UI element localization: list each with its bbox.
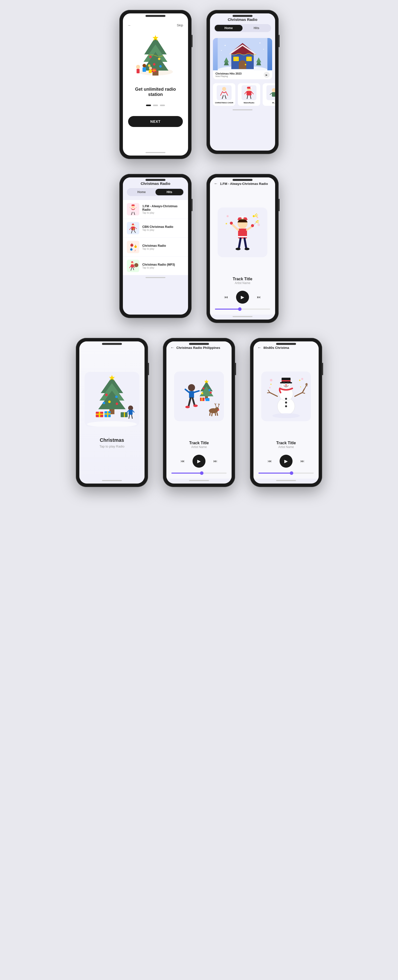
play-button-ph[interactable]: ▶ bbox=[193, 455, 205, 468]
artist-name-1fm: Artist Name bbox=[215, 281, 270, 285]
svg-point-89 bbox=[131, 249, 132, 250]
svg-rect-65 bbox=[132, 205, 134, 206]
next-button-1fm[interactable]: ⏭ bbox=[255, 293, 263, 301]
tab-hits-active[interactable]: Hits bbox=[155, 189, 183, 195]
svg-rect-96 bbox=[131, 264, 134, 267]
hits-list: 1.FM - Always-Christmas Radio Tap to pla… bbox=[123, 200, 188, 275]
svg-point-203 bbox=[283, 382, 285, 383]
art-background-80s: ✦ ✦ ✦ bbox=[261, 371, 311, 421]
svg-point-86 bbox=[135, 246, 136, 248]
tab-home-hits-screen[interactable]: Home bbox=[128, 189, 155, 195]
list-thumb-2 bbox=[127, 222, 139, 234]
tap-subtitle[interactable]: Tap to play Radio bbox=[99, 444, 125, 448]
play-button-1fm[interactable]: ▶ bbox=[236, 291, 249, 304]
app-title-hits: Christmas Radio bbox=[127, 181, 184, 186]
svg-point-51 bbox=[250, 87, 252, 89]
station-card-2[interactable]: WalmRadio bbox=[238, 83, 260, 106]
next-button-ph[interactable]: ⏭ bbox=[211, 457, 219, 465]
bottom-indicator bbox=[210, 108, 275, 113]
svg-rect-168 bbox=[205, 398, 209, 401]
back-button-80s[interactable]: ← bbox=[257, 345, 261, 350]
svg-point-162 bbox=[203, 387, 205, 389]
svg-point-213 bbox=[285, 405, 287, 407]
phone-onboarding: ← Skip bbox=[120, 10, 192, 159]
play-button-80s[interactable]: ▶ bbox=[280, 455, 293, 468]
svg-rect-16 bbox=[149, 70, 152, 73]
player-controls-80s: ⏮ ▶ ⏭ bbox=[254, 453, 319, 469]
player-art-80s: ✦ ✦ ✦ bbox=[254, 352, 319, 441]
list-thumb-4 bbox=[127, 260, 139, 272]
progress-bar-ph[interactable] bbox=[171, 473, 227, 474]
prev-button-80s[interactable]: ⏮ bbox=[266, 457, 273, 465]
tap-title: Christmas bbox=[100, 438, 124, 443]
app-title: Christmas Radio bbox=[214, 18, 271, 22]
bottom-indicator-4 bbox=[210, 315, 275, 320]
prev-button-ph[interactable]: ⏮ bbox=[179, 457, 187, 465]
svg-point-11 bbox=[136, 65, 140, 69]
svg-point-13 bbox=[142, 64, 146, 67]
prev-button-1fm[interactable]: ⏮ bbox=[222, 293, 230, 301]
svg-line-223 bbox=[306, 385, 307, 386]
player-track-info-ph: Track Title Artist Name bbox=[166, 441, 232, 453]
svg-point-210 bbox=[288, 386, 289, 387]
list-thumb-1 bbox=[127, 203, 139, 215]
list-thumb-3: ♪ bbox=[127, 241, 139, 253]
tab-hits[interactable]: Hits bbox=[243, 25, 270, 31]
phone-christmas-radio-home: Christmas Radio Home Hits bbox=[206, 10, 279, 154]
svg-point-83 bbox=[131, 244, 133, 246]
svg-rect-26 bbox=[239, 65, 246, 69]
station-card-3[interactable]: W... bbox=[263, 83, 275, 106]
svg-rect-81 bbox=[127, 241, 139, 253]
svg-text:✦: ✦ bbox=[270, 383, 272, 386]
tap-illustration bbox=[85, 372, 139, 432]
svg-point-138 bbox=[115, 396, 118, 398]
back-button-ph[interactable]: ← bbox=[170, 345, 174, 350]
svg-rect-147 bbox=[104, 414, 111, 414]
tab-home[interactable]: Home bbox=[215, 25, 243, 31]
svg-point-141 bbox=[103, 402, 105, 404]
phone-player-1fm: ← 1.FM - Always-Christmas Radio bbox=[206, 174, 279, 323]
skip-button[interactable]: Skip bbox=[177, 23, 183, 27]
list-info-4: Christmas Radio (MP3) Tap to play bbox=[142, 263, 175, 269]
player-track-info-1fm: Track Title Artist Name bbox=[210, 277, 275, 289]
svg-line-216 bbox=[267, 393, 270, 393]
svg-rect-19 bbox=[152, 70, 156, 70]
list-item-3[interactable]: ♪ Christmas Radio Tap to play bbox=[123, 238, 188, 256]
list-item-2[interactable]: CBN Christmas Radio Tap to play bbox=[123, 219, 188, 237]
svg-point-9 bbox=[159, 65, 162, 68]
dot-1 bbox=[146, 105, 151, 106]
list-item-4[interactable]: Christmas Radio (MP3) Tap to play bbox=[123, 257, 188, 275]
featured-card: Christmas Hits 2023 Now Playing ▶ bbox=[213, 38, 272, 79]
bottom-indicator bbox=[123, 151, 188, 156]
progress-bar-1fm[interactable] bbox=[215, 309, 270, 310]
svg-point-10 bbox=[148, 64, 150, 67]
station-name-list-2: CBN Christmas Radio bbox=[142, 225, 173, 229]
svg-point-185 bbox=[217, 409, 219, 411]
home-indicator-bar bbox=[233, 109, 253, 110]
progress-thumb-ph bbox=[200, 471, 203, 475]
next-button[interactable]: NEXT bbox=[128, 116, 183, 127]
svg-point-73 bbox=[134, 224, 135, 224]
svg-point-95 bbox=[133, 261, 134, 262]
back-button[interactable]: ← bbox=[128, 23, 131, 27]
player-screen-80s: ← 80s80s Christma ✦ ✦ bbox=[254, 341, 319, 479]
svg-point-41 bbox=[264, 49, 264, 50]
svg-rect-201 bbox=[280, 382, 292, 383]
next-button-80s[interactable]: ⏭ bbox=[299, 457, 307, 465]
back-button-1fm[interactable]: ← bbox=[214, 181, 218, 186]
svg-point-207 bbox=[285, 387, 286, 387]
svg-line-222 bbox=[306, 384, 308, 385]
svg-point-193 bbox=[269, 387, 271, 388]
player-track-info-80s: Track Title Artist Name bbox=[254, 441, 319, 453]
station-image-2 bbox=[241, 85, 256, 100]
progress-bar-80s[interactable] bbox=[259, 473, 314, 474]
onboard-nav: ← Skip bbox=[128, 23, 183, 27]
svg-point-204 bbox=[287, 382, 289, 383]
station-card-1[interactable]: CHRISTMAS CHOR bbox=[213, 83, 235, 106]
radio-header: Christmas Radio Home Hits bbox=[210, 13, 275, 36]
svg-point-224 bbox=[272, 413, 300, 418]
list-item-1[interactable]: 1.FM - Always-Christmas Radio Tap to pla… bbox=[123, 200, 188, 218]
featured-play-button[interactable]: ▶ bbox=[264, 72, 270, 78]
track-title-ph: Track Title bbox=[171, 441, 227, 445]
svg-point-139 bbox=[108, 401, 111, 403]
